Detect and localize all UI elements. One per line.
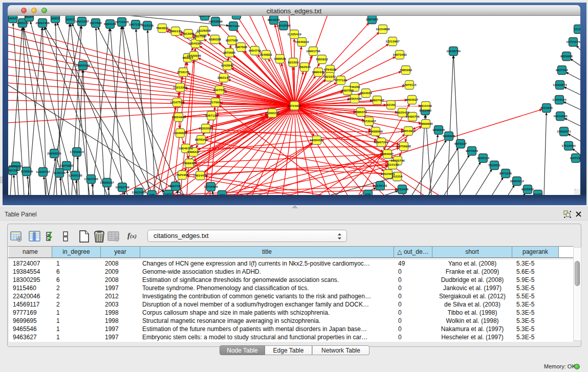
svg-text:1405572: 1405572 [16,21,29,25]
svg-text:9242848: 9242848 [221,63,234,67]
svg-text:16154808: 16154808 [376,27,390,31]
svg-text:1588520: 1588520 [274,57,287,60]
svg-text:16782759: 16782759 [115,185,129,189]
svg-text:10025438: 10025438 [395,111,409,114]
svg-text:8990448: 8990448 [312,70,325,74]
svg-text:14914479: 14914479 [193,173,207,177]
svg-text:16120746: 16120746 [390,159,405,162]
svg-text:15716485: 15716485 [204,185,218,188]
svg-text:12093873: 12093873 [553,83,567,86]
svg-text:15300215: 15300215 [265,111,279,115]
svg-text:10654112: 10654112 [510,179,524,183]
svg-text:2935114: 2935114 [477,156,489,160]
svg-text:10807487: 10807487 [370,98,384,102]
svg-text:5938928: 5938928 [443,134,455,138]
svg-text:10899695: 10899695 [419,122,433,125]
svg-text:15692971: 15692971 [557,129,571,133]
svg-text:203: 203 [220,193,225,195]
svg-text:8471676: 8471676 [499,171,512,175]
svg-text:8960123: 8960123 [169,29,182,33]
svg-text:1640954: 1640954 [432,128,445,132]
svg-text:9527508: 9527508 [226,38,238,42]
svg-text:2803144: 2803144 [217,76,230,79]
svg-text:9146821: 9146821 [260,53,273,56]
svg-text:20364436: 20364436 [347,97,362,100]
svg-text:9777169: 9777169 [335,78,347,82]
svg-text:39159: 39159 [8,168,17,172]
svg-text:9474444: 9474444 [466,149,478,152]
svg-text:16648784: 16648784 [446,49,461,53]
svg-text:13353594: 13353594 [199,126,213,130]
svg-text:16046758: 16046758 [179,146,193,150]
svg-text:62160: 62160 [386,103,396,106]
svg-text:19166825: 19166825 [173,131,187,135]
svg-text:1145154: 1145154 [53,171,66,174]
svg-text:9515440: 9515440 [420,104,432,107]
svg-text:20053346: 20053346 [76,63,90,67]
svg-text:7485063: 7485063 [400,68,412,72]
svg-text:1733426: 1733426 [396,187,409,191]
svg-text:8912955: 8912955 [182,32,195,35]
svg-text:164: 164 [234,16,239,16]
svg-text:9245652: 9245652 [521,187,534,191]
svg-text:8454749: 8454749 [249,49,262,52]
svg-text:19218506: 19218506 [276,24,291,27]
svg-text:7357224: 7357224 [227,24,240,28]
svg-text:20206535: 20206535 [47,151,61,155]
svg-text:17957255: 17957255 [84,177,98,181]
svg-text:12923465: 12923465 [132,190,146,194]
svg-text:1657: 1657 [165,192,172,195]
svg-text:9390448: 9390448 [199,16,211,17]
svg-text:10653287: 10653287 [75,19,89,23]
svg-text:9527506: 9527506 [194,34,207,38]
svg-text:10653: 10653 [51,16,60,20]
svg-text:6497568: 6497568 [341,89,354,92]
svg-text:17016504: 17016504 [561,144,576,147]
svg-text:8186328: 8186328 [209,37,222,41]
svg-text:3824554: 3824554 [360,91,373,95]
svg-text:12942737: 12942737 [36,170,50,173]
svg-text:12213369: 12213369 [173,85,187,89]
svg-text:12505135: 12505135 [68,173,82,177]
svg-text:9457791: 9457791 [169,184,182,188]
svg-text:8267130: 8267130 [205,114,218,117]
svg-text:9084067: 9084067 [381,152,394,156]
svg-text:10958107: 10958107 [100,181,114,184]
svg-text:16033809: 16033809 [208,19,223,23]
svg-text:6794028: 6794028 [324,68,337,71]
svg-text:15495756: 15495756 [405,115,420,118]
svg-text:1615152: 1615152 [386,163,399,166]
svg-text:17359914: 17359914 [70,150,84,154]
svg-text:15226058: 15226058 [197,29,211,32]
svg-text:3675685: 3675685 [223,51,236,54]
svg-text:19654945: 19654945 [171,115,186,119]
svg-text:10107553: 10107553 [170,100,184,104]
svg-text:9463627: 9463627 [406,98,419,101]
svg-text:1167533: 1167533 [570,156,580,160]
svg-text:1562615: 1562615 [298,65,311,69]
svg-text:15751074: 15751074 [566,40,580,43]
svg-text:2967608: 2967608 [235,45,248,49]
svg-text:80655: 80655 [25,16,34,18]
svg-text:2718176: 2718176 [177,70,190,74]
svg-text:7532621: 7532621 [488,163,501,167]
svg-text:19384554: 19384554 [310,138,324,142]
svg-text:16553: 16553 [66,17,75,21]
svg-text:1156829: 1156829 [20,169,33,173]
svg-text:7625402: 7625402 [176,173,189,177]
svg-text:8215935: 8215935 [540,106,553,110]
svg-text:252254: 252254 [392,174,403,178]
svg-text:9227342: 9227342 [556,68,569,72]
svg-text:10719155: 10719155 [115,20,129,24]
svg-text:1621072: 1621072 [323,75,336,78]
svg-text:11325419: 11325419 [287,32,301,36]
svg-text:975: 975 [149,193,155,195]
svg-text:7515526: 7515526 [141,24,154,27]
svg-text:14136141: 14136141 [373,184,387,187]
svg-text:10688609: 10688609 [368,129,383,133]
svg-text:8878342: 8878342 [195,138,208,141]
svg-text:18907249: 18907249 [374,140,388,144]
svg-text:11123: 11123 [574,27,580,31]
svg-text:8427552: 8427552 [213,88,226,92]
svg-text:12444154: 12444154 [552,98,567,101]
